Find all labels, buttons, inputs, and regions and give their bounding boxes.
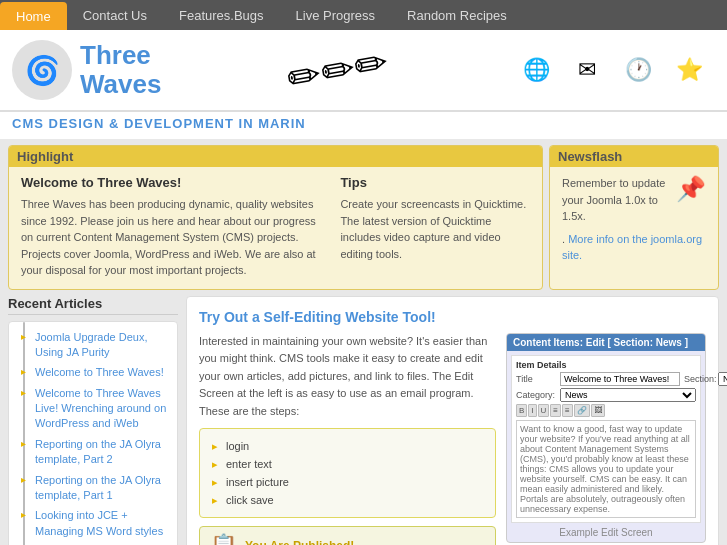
sidebar-link[interactable]: Looking into JCE + Managing MS Word styl… (35, 509, 163, 536)
welcome-text: Three Waves has been producing dynamic, … (21, 196, 324, 279)
italic-btn[interactable]: I (528, 404, 536, 417)
sidebar-link[interactable]: Welcome to Three Waves! (35, 366, 164, 378)
steps-list: login enter text insert picture click sa… (212, 437, 483, 509)
section-label: Section: (684, 374, 714, 384)
pencils-area: ✏✏✏ (161, 47, 515, 93)
list-item: Reporting on the JA Olyra template, Part… (35, 473, 169, 504)
article-inner: Interested in maintaining your own websi… (199, 333, 706, 546)
editor-area[interactable]: Want to know a good, fast way to update … (516, 420, 696, 518)
tips-heading: Tips (340, 175, 530, 190)
main-nav: Home Contact Us Features.Bugs Live Progr… (0, 0, 727, 30)
tips-text: Create your screencasts in Quicktime. Th… (340, 196, 530, 262)
list-item: Joomla Upgrade Deux, Using JA Purity (35, 330, 169, 361)
highlight-box: Highlight Welcome to Three Waves! Three … (8, 145, 543, 290)
screenshot-caption: Example Edit Screen (511, 527, 701, 538)
tagline-bar: CMS DESIGN & DEVELOPMENT IN MARIN (0, 112, 727, 139)
list-item: Welcome to Three Waves Live! Wrenching a… (35, 386, 169, 432)
list-item: insert picture (212, 473, 483, 491)
section-select[interactable]: News (718, 372, 727, 386)
newsflash-title: Newsflash (550, 146, 718, 167)
image-btn[interactable]: 🖼 (591, 404, 605, 417)
welcome-heading: Welcome to Three Waves! (21, 175, 324, 190)
newsflash-link[interactable]: More info on the joomla.org site. (562, 233, 702, 262)
nav-features[interactable]: Features.Bugs (163, 0, 280, 30)
article-para: Interested in maintaining your own websi… (199, 333, 496, 421)
highlight-title: Highlight (9, 146, 542, 167)
sidebar-link[interactable]: Welcome to Three Waves Live! Wrenching a… (35, 387, 166, 430)
tagline-text: CMS DESIGN & DEVELOPMENT IN MARIN (12, 116, 306, 131)
highlight-content: Welcome to Three Waves! Three Waves has … (21, 175, 530, 279)
sidebar-link[interactable]: Reporting on the JA Olyra template, Part… (35, 438, 161, 465)
logo-icon: 🌀 (12, 40, 72, 100)
logo-text: Three Waves (80, 41, 161, 98)
article-heading: Try Out a Self-Editing Website Tool! (199, 309, 706, 325)
bold-btn[interactable]: B (516, 404, 527, 417)
title-label: Title (516, 374, 556, 384)
list-item: Looking into JCE + Managing MS Word styl… (35, 508, 169, 539)
category-label: Category: (516, 390, 556, 400)
list-item: click save (212, 491, 483, 509)
published-box: 📋 You Are Published! (199, 526, 496, 545)
list-item: Reporting on the JA Olyra template, Part… (35, 437, 169, 468)
list-item: login (212, 437, 483, 455)
screenshot-inner: Content Items: Edit [ Section: News ] It… (506, 333, 706, 543)
screenshot-body: Item Details Title Section: News Categor… (511, 355, 701, 523)
newsflash-text2: . More info on the joomla.org site. (562, 231, 706, 264)
published-text: You Are Published! (245, 539, 354, 545)
banner-icons: 🌐 ✉ 🕐 ⭐ (515, 49, 715, 91)
category-select[interactable]: News (560, 388, 696, 402)
sidebar: Recent Articles Joomla Upgrade Deux, Usi… (8, 296, 178, 546)
newsflash-box: Newsflash 📌 Remember to update your Joom… (549, 145, 719, 290)
star-icon: ⭐ (668, 49, 710, 91)
sidebar-link[interactable]: Reporting on the JA Olyra template, Part… (35, 474, 161, 501)
globe-icon: 🌐 (515, 49, 557, 91)
link-btn[interactable]: 🔗 (574, 404, 590, 417)
title-input[interactable] (560, 372, 680, 386)
highlight-tips: Tips Create your screencasts in Quicktim… (340, 175, 530, 279)
nav-home[interactable]: Home (0, 2, 67, 30)
article-text: Interested in maintaining your own websi… (199, 333, 496, 546)
list-item: enter text (212, 455, 483, 473)
sidebar-items: Joomla Upgrade Deux, Using JA Purity Wel… (17, 330, 169, 546)
pencils-icon: ✏✏✏ (284, 38, 392, 101)
nav-recipes[interactable]: Random Recipes (391, 0, 523, 30)
newsflash-icon: 📌 (676, 175, 706, 203)
header: 🌀 Three Waves ✏✏✏ 🌐 ✉ 🕐 ⭐ (0, 30, 727, 112)
list-item: Welcome to Three Waves! (35, 365, 169, 380)
main-article: Try Out a Self-Editing Website Tool! Int… (186, 296, 719, 546)
screenshot-header: Content Items: Edit [ Section: News ] (507, 334, 705, 351)
published-icon: 📋 (210, 533, 237, 545)
highlight-main: Welcome to Three Waves! Three Waves has … (21, 175, 324, 279)
sidebar-list: Joomla Upgrade Deux, Using JA Purity Wel… (8, 321, 178, 546)
clock-icon: 🕐 (617, 49, 659, 91)
steps-box: login enter text insert picture click sa… (199, 428, 496, 518)
email-icon: ✉ (566, 49, 608, 91)
underline-btn[interactable]: U (538, 404, 550, 417)
logo-area: 🌀 Three Waves (12, 40, 161, 100)
nav-contact[interactable]: Contact Us (67, 0, 163, 30)
nav-progress[interactable]: Live Progress (280, 0, 391, 30)
sidebar-title: Recent Articles (8, 296, 178, 315)
screenshot-box: Content Items: Edit [ Section: News ] It… (506, 333, 706, 546)
sidebar-link[interactable]: Joomla Upgrade Deux, Using JA Purity (35, 331, 148, 358)
align-center-btn[interactable]: ≡ (562, 404, 573, 417)
main-row: Recent Articles Joomla Upgrade Deux, Usi… (8, 296, 719, 546)
highlight-row: Highlight Welcome to Three Waves! Three … (8, 145, 719, 290)
align-left-btn[interactable]: ≡ (550, 404, 561, 417)
